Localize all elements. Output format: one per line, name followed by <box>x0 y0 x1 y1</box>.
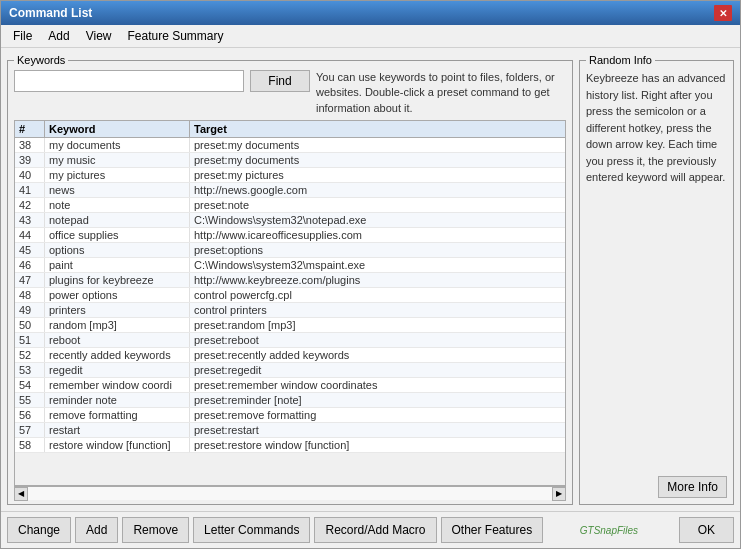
window-title: Command List <box>9 6 92 20</box>
cell-keyword: news <box>45 183 190 197</box>
cell-num: 52 <box>15 348 45 362</box>
cell-keyword: random [mp3] <box>45 318 190 332</box>
cell-num: 55 <box>15 393 45 407</box>
keywords-header: Find You can use keywords to point to fi… <box>14 70 566 116</box>
table-row[interactable]: 40my picturespreset:my pictures <box>15 168 565 183</box>
cell-target: preset:remember window coordinates <box>190 378 565 392</box>
table-row[interactable]: 58restore window [function]preset:restor… <box>15 438 565 453</box>
change-button[interactable]: Change <box>7 517 71 543</box>
cell-keyword: remember window coordi <box>45 378 190 392</box>
add-button[interactable]: Add <box>75 517 118 543</box>
keywords-fieldset: Keywords Find You can use keywords to po… <box>7 54 573 505</box>
keyword-input[interactable] <box>14 70 244 92</box>
table-row[interactable]: 51rebootpreset:reboot <box>15 333 565 348</box>
cell-num: 46 <box>15 258 45 272</box>
table-row[interactable]: 41newshttp://news.google.com <box>15 183 565 198</box>
scroll-left-button[interactable]: ◀ <box>14 487 28 501</box>
cell-num: 48 <box>15 288 45 302</box>
letter-commands-button[interactable]: Letter Commands <box>193 517 310 543</box>
table-header: # Keyword Target <box>15 121 565 138</box>
cell-target: preset:my pictures <box>190 168 565 182</box>
col-target-header: Target <box>190 121 565 137</box>
table-row[interactable]: 49printerscontrol printers <box>15 303 565 318</box>
more-info-button[interactable]: More Info <box>658 476 727 498</box>
snapfiles-watermark: GTSnapFiles <box>580 525 638 536</box>
cell-target: http://www.icareofficesupplies.com <box>190 228 565 242</box>
random-info-fieldset: Random Info Keybreeze has an advanced hi… <box>579 54 734 505</box>
menu-add[interactable]: Add <box>40 27 77 45</box>
table-row[interactable]: 56remove formattingpreset:remove formatt… <box>15 408 565 423</box>
cell-keyword: my documents <box>45 138 190 152</box>
cell-keyword: printers <box>45 303 190 317</box>
left-panel: Keywords Find You can use keywords to po… <box>7 54 573 505</box>
ok-button[interactable]: OK <box>679 517 734 543</box>
cell-num: 42 <box>15 198 45 212</box>
table-row[interactable]: 45optionspreset:options <box>15 243 565 258</box>
table-row[interactable]: 52recently added keywordspreset:recently… <box>15 348 565 363</box>
table-row[interactable]: 42notepreset:note <box>15 198 565 213</box>
close-button[interactable]: ✕ <box>714 5 732 21</box>
record-add-macro-button[interactable]: Record/Add Macro <box>314 517 436 543</box>
random-info-text: Keybreeze has an advanced history list. … <box>586 70 727 468</box>
table-row[interactable]: 57restartpreset:restart <box>15 423 565 438</box>
table-row[interactable]: 55reminder notepreset:reminder [note] <box>15 393 565 408</box>
cell-target: control powercfg.cpl <box>190 288 565 302</box>
table-row[interactable]: 44office supplieshttp://www.icareoffices… <box>15 228 565 243</box>
cell-num: 47 <box>15 273 45 287</box>
table-row[interactable]: 50random [mp3]preset:random [mp3] <box>15 318 565 333</box>
cell-keyword: reminder note <box>45 393 190 407</box>
table-row[interactable]: 53regeditpreset:regedit <box>15 363 565 378</box>
table-row[interactable]: 46paintC:\Windows\system32\mspaint.exe <box>15 258 565 273</box>
title-bar: Command List ✕ <box>1 1 740 25</box>
random-info-legend: Random Info <box>586 54 655 66</box>
table-row[interactable]: 38my documentspreset:my documents <box>15 138 565 153</box>
cell-target: preset:random [mp3] <box>190 318 565 332</box>
other-features-button[interactable]: Other Features <box>441 517 544 543</box>
cell-keyword: restore window [function] <box>45 438 190 452</box>
cell-target: preset:restore window [function] <box>190 438 565 452</box>
table-row[interactable]: 54remember window coordipreset:remember … <box>15 378 565 393</box>
cell-target: preset:regedit <box>190 363 565 377</box>
cell-keyword: options <box>45 243 190 257</box>
cell-num: 53 <box>15 363 45 377</box>
table-row[interactable]: 47plugins for keybreezehttp://www.keybre… <box>15 273 565 288</box>
cell-num: 41 <box>15 183 45 197</box>
col-num-header: # <box>15 121 45 137</box>
cell-keyword: reboot <box>45 333 190 347</box>
cell-target: http://www.keybreeze.com/plugins <box>190 273 565 287</box>
cell-keyword: restart <box>45 423 190 437</box>
menu-file[interactable]: File <box>5 27 40 45</box>
cell-target: C:\Windows\system32\notepad.exe <box>190 213 565 227</box>
col-keyword-header: Keyword <box>45 121 190 137</box>
horizontal-scrollbar: ◀ ▶ <box>14 486 566 500</box>
cell-num: 38 <box>15 138 45 152</box>
bottom-bar: Change Add Remove Letter Commands Record… <box>1 511 740 548</box>
cell-target: preset:recently added keywords <box>190 348 565 362</box>
cell-target: preset:remove formatting <box>190 408 565 422</box>
table-row[interactable]: 43notepadC:\Windows\system32\notepad.exe <box>15 213 565 228</box>
scroll-track[interactable] <box>28 487 552 500</box>
cell-num: 57 <box>15 423 45 437</box>
cell-num: 58 <box>15 438 45 452</box>
cell-target: preset:options <box>190 243 565 257</box>
cell-target: C:\Windows\system32\mspaint.exe <box>190 258 565 272</box>
cell-num: 50 <box>15 318 45 332</box>
find-button[interactable]: Find <box>250 70 310 92</box>
keywords-help-text: You can use keywords to point to files, … <box>316 70 566 116</box>
table-row[interactable]: 48power optionscontrol powercfg.cpl <box>15 288 565 303</box>
cell-keyword: recently added keywords <box>45 348 190 362</box>
cell-keyword: note <box>45 198 190 212</box>
cell-num: 39 <box>15 153 45 167</box>
right-panel: Random Info Keybreeze has an advanced hi… <box>579 54 734 505</box>
cell-keyword: notepad <box>45 213 190 227</box>
main-content: Keywords Find You can use keywords to po… <box>1 48 740 511</box>
main-window: Command List ✕ File Add View Feature Sum… <box>0 0 741 549</box>
scroll-right-button[interactable]: ▶ <box>552 487 566 501</box>
menu-feature-summary[interactable]: Feature Summary <box>120 27 232 45</box>
cell-keyword: plugins for keybreeze <box>45 273 190 287</box>
keywords-legend: Keywords <box>14 54 68 66</box>
table-row[interactable]: 39my musicpreset:my documents <box>15 153 565 168</box>
menu-view[interactable]: View <box>78 27 120 45</box>
remove-button[interactable]: Remove <box>122 517 189 543</box>
cell-num: 49 <box>15 303 45 317</box>
